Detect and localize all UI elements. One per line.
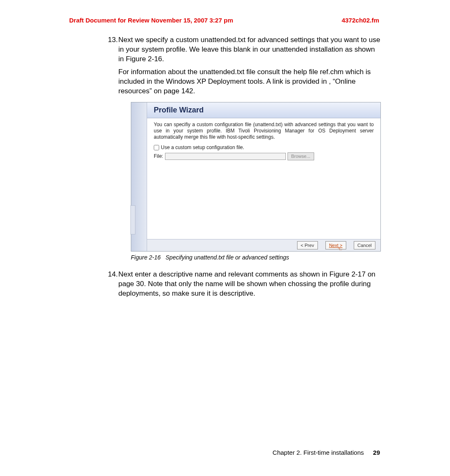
step-14: 14. Next enter a descriptive name and re…	[118, 270, 382, 299]
figure-caption: Figure 2-16 Specifying unattend.txt file…	[131, 254, 382, 261]
prev-button[interactable]: < Prev	[297, 241, 318, 249]
file-header: 4372ch02.fm	[342, 17, 379, 24]
draft-header: Draft Document for Review November 15, 2…	[69, 17, 233, 24]
cancel-button[interactable]: Cancel	[354, 241, 375, 249]
next-button-label: Next >	[329, 243, 342, 248]
browse-button[interactable]: Browse...	[288, 152, 314, 160]
wizard-title: Profile Wizard	[147, 102, 380, 118]
next-button[interactable]: Next > ☜	[325, 241, 346, 249]
step-13-para-2: For information about the unattended.txt…	[118, 67, 382, 96]
use-custom-config-checkbox[interactable]	[154, 145, 159, 150]
step-13: 13. Next we specify a custom unattended.…	[118, 35, 382, 96]
footer-page-number: 29	[373, 449, 380, 456]
step-13-number: 13.	[108, 35, 118, 45]
profile-wizard-window: Profile Wizard You can specifiy a custom…	[131, 102, 381, 252]
wizard-sidebar	[131, 102, 147, 251]
wizard-sidebar-stub	[130, 205, 135, 234]
figure-2-16: Profile Wizard You can specifiy a custom…	[131, 102, 382, 252]
footer-chapter: Chapter 2. First-time installations	[272, 449, 364, 456]
step-14-number: 14.	[108, 270, 118, 279]
file-label: File:	[154, 153, 163, 159]
use-custom-config-label: Use a custom setup configuration file.	[161, 145, 244, 151]
step-13-para-1: Next we specify a custom unattended.txt …	[118, 35, 382, 64]
file-path-input[interactable]	[165, 153, 286, 160]
wizard-description: You can specifiy a custom configuration …	[154, 122, 374, 140]
step-14-para-1: Next enter a descriptive name and releva…	[118, 270, 382, 299]
